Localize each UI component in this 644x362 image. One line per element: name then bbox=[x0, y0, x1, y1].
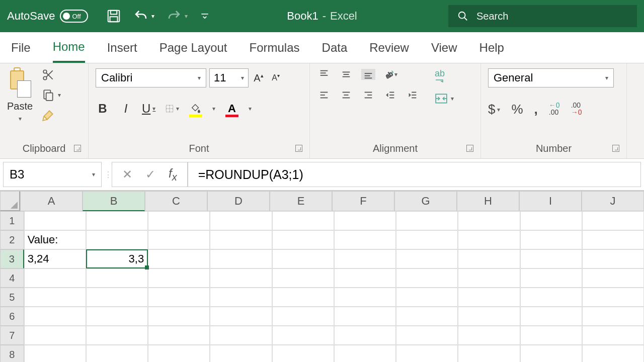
cell-J2[interactable] bbox=[582, 230, 644, 249]
cell-H1[interactable] bbox=[458, 211, 520, 230]
tab-insert[interactable]: Insert bbox=[107, 34, 137, 62]
column-header-E[interactable]: E bbox=[270, 191, 332, 211]
cell-D6[interactable] bbox=[210, 307, 272, 326]
merge-button[interactable]: ▾ bbox=[435, 93, 454, 104]
column-header-D[interactable]: D bbox=[207, 191, 270, 211]
font-size-select[interactable]: 11 ▾ bbox=[209, 68, 249, 87]
clipboard-dialog-launcher[interactable] bbox=[74, 145, 81, 152]
cell-J1[interactable] bbox=[582, 211, 644, 230]
cell-A4[interactable] bbox=[24, 268, 86, 288]
cell-D1[interactable] bbox=[210, 211, 272, 230]
cell-I4[interactable] bbox=[520, 268, 582, 288]
font-dialog-launcher[interactable] bbox=[295, 145, 302, 152]
cell-E7[interactable] bbox=[272, 326, 334, 345]
format-painter-button[interactable] bbox=[42, 109, 61, 122]
cell-E3[interactable] bbox=[272, 249, 334, 268]
cell-J6[interactable] bbox=[582, 307, 644, 326]
chevron-down-icon[interactable]: ▾ bbox=[19, 115, 22, 122]
cell-E2[interactable] bbox=[272, 230, 334, 249]
row-header-3[interactable]: 3 bbox=[0, 249, 24, 268]
cell-B8[interactable] bbox=[86, 345, 148, 362]
tab-review[interactable]: Review bbox=[369, 34, 409, 62]
tab-home[interactable]: Home bbox=[53, 33, 85, 63]
undo-button[interactable]: ▾ bbox=[133, 9, 154, 24]
cell-J5[interactable] bbox=[582, 288, 644, 307]
cell-D2[interactable] bbox=[210, 230, 272, 249]
cell-C3[interactable] bbox=[148, 249, 210, 268]
cell-F6[interactable] bbox=[334, 307, 396, 326]
select-all-corner[interactable] bbox=[0, 191, 20, 211]
cell-B4[interactable] bbox=[86, 268, 148, 288]
column-header-C[interactable]: C bbox=[145, 191, 207, 211]
search-input[interactable] bbox=[476, 11, 628, 22]
alignment-dialog-launcher[interactable] bbox=[466, 145, 473, 152]
cell-A5[interactable] bbox=[24, 288, 86, 307]
save-button[interactable] bbox=[106, 9, 121, 24]
cell-I2[interactable] bbox=[520, 230, 582, 249]
cell-G6[interactable] bbox=[396, 307, 458, 326]
comma-button[interactable]: , bbox=[534, 102, 538, 117]
cell-B6[interactable] bbox=[86, 307, 148, 326]
underline-button[interactable]: U▾ bbox=[142, 102, 156, 116]
column-header-I[interactable]: I bbox=[519, 191, 582, 211]
cell-C7[interactable] bbox=[148, 326, 210, 345]
increase-decimal-button[interactable]: ←0.00 bbox=[549, 102, 560, 117]
cell-G3[interactable] bbox=[396, 249, 458, 268]
cell-H8[interactable] bbox=[458, 345, 520, 362]
cell-A3[interactable]: 3,24 bbox=[24, 249, 86, 268]
increase-indent-button[interactable] bbox=[406, 89, 420, 101]
cell-F3[interactable] bbox=[334, 249, 396, 268]
increase-font-button[interactable]: A▴ bbox=[252, 72, 266, 84]
cell-A7[interactable] bbox=[24, 326, 86, 345]
currency-button[interactable]: $▾ bbox=[488, 102, 500, 117]
row-header-6[interactable]: 6 bbox=[0, 307, 24, 326]
tab-formulas[interactable]: Formulas bbox=[250, 34, 300, 62]
cell-G8[interactable] bbox=[396, 345, 458, 362]
cell-B2[interactable] bbox=[86, 230, 148, 249]
cell-I3[interactable] bbox=[520, 249, 582, 268]
cell-D4[interactable] bbox=[210, 268, 272, 288]
decrease-indent-button[interactable] bbox=[383, 89, 397, 101]
align-left-button[interactable] bbox=[317, 89, 331, 101]
align-right-button[interactable] bbox=[361, 89, 375, 101]
formula-input[interactable]: =ROUNDUP(A3;1) bbox=[188, 162, 641, 187]
cell-A8[interactable] bbox=[24, 345, 86, 362]
cell-I6[interactable] bbox=[520, 307, 582, 326]
chevron-down-icon[interactable]: ▾ bbox=[249, 105, 252, 112]
cell-I5[interactable] bbox=[520, 288, 582, 307]
row-header-4[interactable]: 4 bbox=[0, 268, 24, 288]
cell-H4[interactable] bbox=[458, 268, 520, 288]
cell-I7[interactable] bbox=[520, 326, 582, 345]
cell-C6[interactable] bbox=[148, 307, 210, 326]
cell-C4[interactable] bbox=[148, 268, 210, 288]
column-header-J[interactable]: J bbox=[582, 191, 644, 211]
cell-A2[interactable]: Value: bbox=[24, 230, 86, 249]
cell-B3[interactable]: 3,3 bbox=[86, 249, 148, 268]
enter-formula-button[interactable]: ✓ bbox=[145, 167, 155, 182]
align-bottom-button[interactable] bbox=[361, 69, 375, 80]
number-format-select[interactable]: General ▾ bbox=[488, 68, 614, 87]
cell-F8[interactable] bbox=[334, 345, 396, 362]
chevron-down-icon[interactable]: ▾ bbox=[212, 105, 215, 112]
orientation-button[interactable]: ab ▾ bbox=[383, 68, 397, 80]
cell-D5[interactable] bbox=[210, 288, 272, 307]
cell-C8[interactable] bbox=[148, 345, 210, 362]
cell-E8[interactable] bbox=[272, 345, 334, 362]
decrease-font-button[interactable]: A▾ bbox=[269, 73, 283, 82]
align-center-button[interactable] bbox=[339, 89, 353, 101]
column-header-F[interactable]: F bbox=[332, 191, 394, 211]
column-header-B[interactable]: B bbox=[83, 191, 145, 211]
cell-F7[interactable] bbox=[334, 326, 396, 345]
percent-button[interactable]: % bbox=[511, 102, 523, 117]
cell-G1[interactable] bbox=[396, 211, 458, 230]
cell-F1[interactable] bbox=[334, 211, 396, 230]
align-top-button[interactable] bbox=[317, 69, 331, 80]
copy-button[interactable]: ▾ bbox=[42, 88, 61, 102]
name-box[interactable]: B3 ▾ bbox=[3, 162, 102, 187]
tab-data[interactable]: Data bbox=[322, 34, 348, 62]
row-header-2[interactable]: 2 bbox=[0, 230, 24, 249]
cell-H7[interactable] bbox=[458, 326, 520, 345]
font-name-select[interactable]: Calibri ▾ bbox=[96, 68, 206, 87]
cancel-formula-button[interactable]: ✕ bbox=[122, 167, 132, 182]
cell-C1[interactable] bbox=[148, 211, 210, 230]
